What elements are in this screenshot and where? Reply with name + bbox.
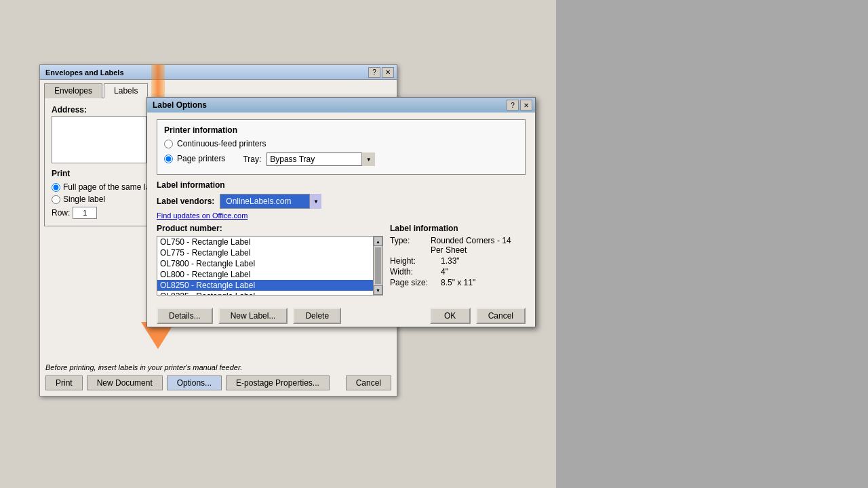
list-item[interactable]: OL750 - Rectangle Label [157,237,373,247]
print-single-radio[interactable] [52,195,60,204]
print-full-radio[interactable] [52,183,60,192]
product-scrollbar: ▲ ▼ [373,237,382,295]
tray-select[interactable]: Bypass Tray Default Manual Feed [267,152,375,166]
label-footer-left: Details... New Label... Delete [157,308,341,324]
height-key: Height: [390,256,441,266]
width-key: Width: [390,267,441,277]
product-number-title: Product number: [157,224,383,233]
product-list-wrapper: OL750 - Rectangle Label OL775 - Rectangl… [157,236,383,296]
vendor-row: Label vendors: OnlineLabels.com ▼ [157,194,526,209]
label-footer: Details... New Label... Delete OK Cancel [147,302,535,329]
new-document-button[interactable]: New Document [87,375,163,390]
e-postage-button[interactable]: E-postage Properties... [226,375,330,390]
page-printers-radio[interactable] [164,155,173,163]
label-cancel-button[interactable]: Cancel [476,308,526,324]
tray-dropdown-wrapper: Bypass Tray Default Manual Feed ▼ [267,152,375,166]
page-printers-option: Page printers Tray: Bypass Tray Default … [164,151,518,166]
printer-info-title: Printer information [164,125,518,135]
list-item[interactable]: OL7800 - Rectangle Label [157,258,373,269]
env-help-button[interactable]: ? [368,67,380,78]
scroll-down-button[interactable]: ▼ [374,285,382,295]
env-close-button[interactable]: ✕ [382,67,394,78]
label-titlebar: Label Options ? ✕ [147,98,535,113]
width-row: Width: 4" [390,267,526,277]
pagesize-row: Page size: 8.5" x 11" [390,278,526,287]
env-titlebar-buttons: ? ✕ [368,67,394,78]
scroll-thumb[interactable] [375,247,381,284]
width-value: 4" [441,267,448,277]
delete-button[interactable]: Delete [293,308,341,324]
type-value: Rounded Corners - 14 Per Sheet [431,236,526,255]
list-item[interactable]: OL775 - Rectangle Label [157,247,373,258]
label-info-section: Label information Label vendors: OnlineL… [157,180,526,220]
env-cancel-button[interactable]: Cancel [346,375,391,390]
new-label-button[interactable]: New Label... [218,308,288,324]
env-footer: Before printing, insert labels in your p… [40,358,397,396]
label-dialog-title: Label Options [150,100,207,110]
printer-info-section: Printer information Continuous-feed prin… [157,119,526,175]
type-row: Type: Rounded Corners - 14 Per Sheet [390,236,526,255]
product-label-split: Product number: OL750 - Rectangle Label … [157,224,526,296]
tray-row: Tray: Bypass Tray Default Manual Feed ▼ [243,152,375,166]
label-options-dialog: Label Options ? ✕ Printer information Co… [146,97,536,327]
label-body: Printer information Continuous-feed prin… [147,113,535,302]
continuous-feed-radio[interactable] [164,140,173,148]
list-item-selected[interactable]: OL8250 - Rectangle Label [157,280,373,291]
env-dialog-title: Envelopes and Labels [43,68,124,77]
tray-label: Tray: [243,155,261,164]
continuous-feed-label: Continuous-feed printers [177,139,266,148]
footer-buttons: Print New Document Options... E-postage … [45,375,391,390]
product-number-box: Product number: OL750 - Rectangle Label … [157,224,383,296]
vendor-select[interactable]: OnlineLabels.com [220,194,321,209]
env-titlebar: Envelopes and Labels ? ✕ [40,65,397,80]
address-input[interactable] [52,116,146,163]
print-button[interactable]: Print [45,375,83,390]
label-info-right: Label information Type: Rounded Corners … [390,224,526,296]
pagesize-value: 8.5" x 11" [441,278,475,287]
pagesize-key: Page size: [390,278,441,287]
tab-labels[interactable]: Labels [104,83,148,98]
label-info-table: Type: Rounded Corners - 14 Per Sheet Hei… [390,236,526,287]
scroll-up-button[interactable]: ▲ [374,237,382,246]
height-value: 1.33" [441,256,460,266]
label-help-button[interactable]: ? [507,100,519,110]
label-info-title: Label information [157,180,526,190]
page-printers-label: Page printers [177,154,225,163]
list-item[interactable]: OL8325 - Rectangle Label [157,291,373,295]
vendor-select-wrapper: OnlineLabels.com ▼ [220,194,321,209]
label-titlebar-buttons: ? ✕ [507,100,532,110]
row-label: Row: [52,208,70,218]
height-row: Height: 1.33" [390,256,526,266]
continuous-feed-option: Continuous-feed printers [164,139,518,148]
vendor-label: Label vendors: [157,197,214,206]
row-spinner[interactable] [73,207,97,219]
background-right [556,0,868,488]
ok-button[interactable]: OK [430,308,471,324]
find-updates-link[interactable]: Find updates on Office.com [157,211,526,220]
list-item[interactable]: OL800 - Rectangle Label [157,269,373,280]
label-close-button[interactable]: ✕ [520,100,532,110]
type-key: Type: [390,236,431,255]
print-single-label: Single label [63,195,105,204]
label-info-title2: Label information [390,224,526,233]
tab-envelopes[interactable]: Envelopes [44,83,102,98]
footer-message: Before printing, insert labels in your p… [45,363,391,371]
label-footer-right: OK Cancel [430,308,526,324]
tab-bar: Envelopes Labels [40,80,397,98]
options-button[interactable]: Options... [167,375,222,390]
details-button[interactable]: Details... [157,308,213,324]
